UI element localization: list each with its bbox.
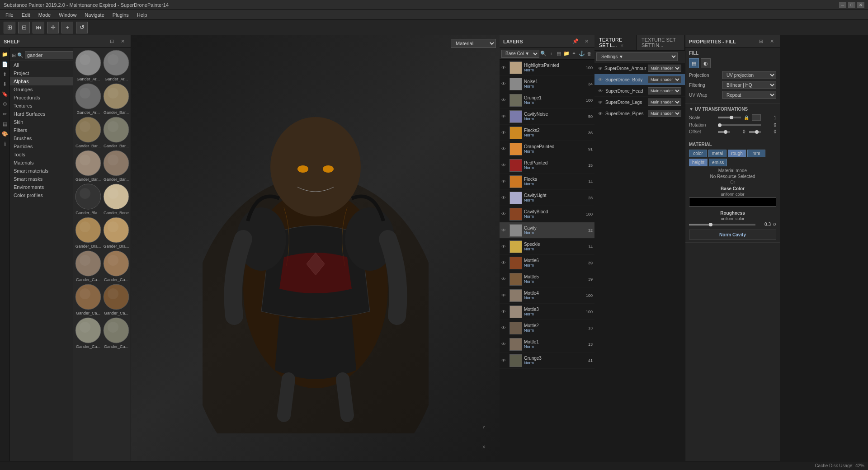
category-filters[interactable]: Filters — [10, 126, 73, 134]
category-alphas[interactable]: Alphas — [10, 77, 73, 85]
material-tab-rough[interactable]: rough — [728, 150, 746, 157]
shelf-item-10[interactable]: Gander_Bra... — [75, 217, 101, 249]
icon-folder-btn[interactable]: 📁 — [0, 50, 9, 59]
icon-layers-btn[interactable]: ▤ — [0, 119, 9, 128]
category-particles[interactable]: Particles — [10, 142, 73, 150]
tab-texture-set-settings[interactable]: TEXTURE SET SETTIN... — [637, 35, 685, 50]
icon-paint-btn[interactable]: 🎨 — [0, 129, 9, 138]
layer-item-5[interactable]: 👁 OrangePainted Norm 91 — [500, 141, 594, 157]
texture-set-item-4[interactable]: 👁 SuperDrone_Pipes Main shader — [594, 108, 685, 119]
properties-close-btn[interactable]: ✕ — [767, 37, 776, 46]
category-smart-materials[interactable]: Smart materials — [10, 167, 73, 175]
texture-set-eye-0[interactable]: 👁 — [598, 66, 603, 71]
layer-item-8[interactable]: 👁 CavityLight Norm 28 — [500, 190, 594, 206]
icon-settings-btn[interactable]: ⚙ — [0, 99, 9, 108]
scale-slider[interactable] — [718, 117, 741, 118]
layer-item-0[interactable]: 👁 HighlightsPainted Norm 100 — [500, 60, 594, 76]
layer-fx-icon[interactable]: ✦ — [571, 49, 577, 58]
category-color-profiles[interactable]: Color profiles — [10, 191, 73, 199]
category-smart-masks[interactable]: Smart masks — [10, 175, 73, 183]
layer-anchor-icon[interactable]: ⚓ — [578, 49, 585, 58]
category-grunges[interactable]: Grunges — [10, 85, 73, 94]
texture-set-shader-3[interactable]: Main shader — [648, 99, 681, 106]
texture-set-item-2[interactable]: 👁 SuperDrone_Head Main shader — [594, 85, 685, 97]
fill-tab-icon2[interactable]: ◐ — [701, 58, 711, 68]
category-procedurals[interactable]: Procedurals — [10, 94, 73, 102]
toolbar-grid-btn[interactable]: ⊞ — [4, 22, 15, 33]
layer-eye-15[interactable]: 👁 — [501, 309, 508, 314]
layer-item-7[interactable]: 👁 Flecks Norm 14 — [500, 174, 594, 190]
layer-eye-12[interactable]: 👁 — [501, 260, 508, 265]
shelf-item-8[interactable]: Gander_Bla... — [75, 183, 101, 215]
toolbar-grid2-btn[interactable]: ⊟ — [18, 22, 30, 33]
layer-item-12[interactable]: 👁 Mottle6 Norm 39 — [500, 255, 594, 271]
texture-set-item-0[interactable]: 👁 SuperDrone_Armour Main shader — [594, 63, 685, 74]
layer-delete-icon[interactable]: 🗑 — [586, 49, 593, 58]
layer-item-2[interactable]: 👁 Grunge1 Norm 100 — [500, 92, 594, 108]
shelf-item-6[interactable]: Gander_Bar... — [75, 150, 101, 182]
shelf-item-16[interactable]: Gander_Ca... — [75, 317, 101, 349]
icon-bookmark-btn[interactable]: 🔖 — [0, 89, 9, 99]
texture-set-shader-1[interactable]: Main shader — [648, 76, 681, 83]
layer-eye-16[interactable]: 👁 — [501, 325, 508, 330]
shelf-item-15[interactable]: Gander_Ca... — [103, 284, 129, 315]
material-tab-color[interactable]: color — [689, 150, 707, 157]
layer-eye-4[interactable]: 👁 — [501, 130, 508, 135]
layer-item-9[interactable]: 👁 CavityBlood Norm 100 — [500, 206, 594, 222]
layer-add-icon[interactable]: 🔍 — [540, 49, 547, 58]
layer-item-15[interactable]: 👁 Mottle3 Norm 100 — [500, 304, 594, 320]
layer-folder-icon[interactable]: 📁 — [563, 49, 570, 58]
layer-eye-14[interactable]: 👁 — [501, 293, 508, 298]
icon-info-btn[interactable]: ℹ — [0, 139, 9, 148]
layer-item-11[interactable]: 👁 Speckle Norm 14 — [500, 239, 594, 255]
layer-item-13[interactable]: 👁 Mottle5 Norm 39 — [500, 271, 594, 287]
texture-set-shader-4[interactable]: Main shader — [648, 110, 681, 117]
layer-item-4[interactable]: 👁 Flecks2 Norm 36 — [500, 125, 594, 141]
menu-file[interactable]: File — [2, 11, 17, 19]
roughness-reset-icon[interactable]: ↺ — [773, 222, 776, 227]
toolbar-transform-btn[interactable]: ✛ — [47, 22, 59, 33]
texture-set-shader-2[interactable]: Main shader — [648, 87, 681, 94]
layer-item-18[interactable]: 👁 Grunge3 Norm 41 — [500, 352, 594, 369]
layer-fill-icon[interactable]: ▤ — [556, 49, 562, 58]
category-materials[interactable]: Materials — [10, 159, 73, 167]
layer-item-3[interactable]: 👁 CavityNoise Norm 50 — [500, 108, 594, 125]
layer-item-6[interactable]: 👁 RedPainted Norm 15 — [500, 157, 594, 174]
shelf-item-9[interactable]: Gander_Bone — [103, 183, 129, 215]
texture-set-eye-1[interactable]: 👁 — [598, 77, 604, 82]
icon-import-btn[interactable]: ⬆ — [0, 70, 9, 79]
layer-item-14[interactable]: 👁 Mottle4 Norm 100 — [500, 287, 594, 304]
shelf-item-12[interactable]: Gander_Ca... — [75, 250, 101, 282]
material-tab-nrm[interactable]: nrm — [747, 150, 765, 157]
shelf-close-btn[interactable]: ✕ — [118, 37, 127, 46]
category-tools[interactable]: Tools — [10, 150, 73, 159]
material-tab-emiss[interactable]: emiss — [709, 159, 727, 166]
shelf-item-1[interactable]: Gander_Ar... — [103, 50, 129, 81]
menu-window[interactable]: Window — [55, 11, 80, 19]
close-button[interactable]: ✕ — [857, 2, 864, 8]
layer-eye-6[interactable]: 👁 — [501, 163, 508, 168]
shelf-item-3[interactable]: Gander_Bar... — [103, 83, 129, 115]
texture-set-shader-0[interactable]: Main shader — [648, 65, 681, 72]
scale-lock-icon[interactable]: 🔒 — [743, 115, 750, 120]
layer-eye-9[interactable]: 👁 — [501, 212, 508, 216]
shelf-item-11[interactable]: Gander_Bra... — [103, 217, 129, 249]
layers-close-btn[interactable]: ✕ — [582, 37, 591, 46]
minimize-button[interactable]: ─ — [839, 2, 846, 8]
layer-item-16[interactable]: 👁 Mottle2 Norm 13 — [500, 320, 594, 336]
shelf-item-2[interactable]: Gander_Ar... — [75, 83, 101, 115]
layer-eye-18[interactable]: 👁 — [501, 358, 508, 363]
layer-eye-0[interactable]: 👁 — [501, 65, 508, 70]
icon-file-btn[interactable]: 📄 — [0, 60, 9, 69]
layer-item-1[interactable]: 👁 Noise1 Norm 34 — [500, 76, 594, 92]
category-textures[interactable]: Textures — [10, 102, 73, 110]
uvwrap-select[interactable]: Repeat — [722, 91, 776, 99]
texture-set-item-3[interactable]: 👁 SuperDrone_Legs Main shader — [594, 97, 685, 108]
menu-navigate[interactable]: Navigate — [81, 11, 108, 19]
properties-expand-btn[interactable]: ⊞ — [756, 37, 765, 46]
base-color-swatch[interactable] — [689, 197, 776, 207]
fill-tab-icon1[interactable]: ▤ — [689, 58, 699, 68]
settings-dropdown[interactable]: Settings ▼ — [596, 52, 678, 61]
maximize-button[interactable]: □ — [848, 2, 855, 8]
blend-mode-dropdown[interactable]: Base Col ▼ — [501, 50, 539, 58]
